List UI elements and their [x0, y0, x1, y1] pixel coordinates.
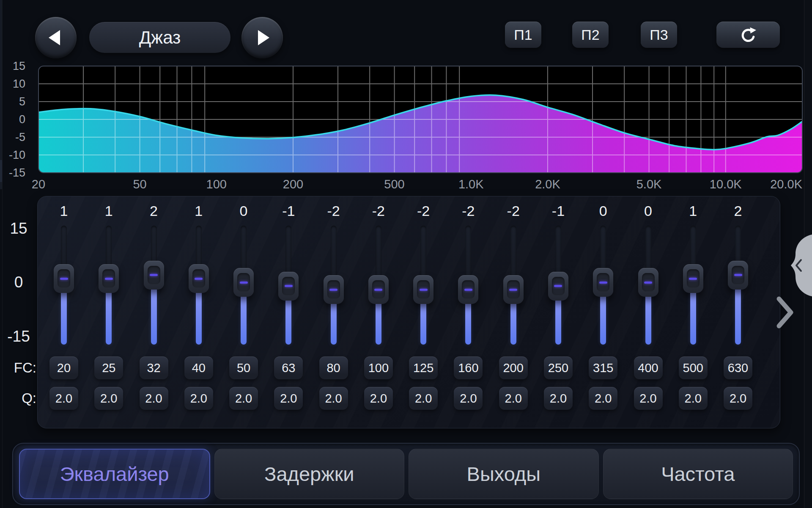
band-gain-value-label: 1 [86, 203, 131, 219]
band-fc-button[interactable]: 125 [409, 356, 438, 379]
band-q-button[interactable]: 2.0 [140, 387, 168, 410]
preset-memory-button-3[interactable]: П3 [641, 22, 677, 48]
band-gain-value-label: -2 [311, 203, 356, 219]
eq-band-column: -2 160 2.0 [446, 196, 491, 428]
band-q-button[interactable]: 2.0 [274, 387, 303, 410]
band-slider-thumb[interactable] [278, 272, 299, 301]
band-gain-value-label: 1 [41, 203, 86, 219]
band-slider-thumb[interactable] [683, 264, 703, 293]
chart-x-axis: 20501002005001.0K2.0K5.0K10.0K20.0K [38, 177, 803, 193]
band-q-button[interactable]: 2.0 [49, 387, 78, 410]
band-q-button[interactable]: 2.0 [319, 387, 348, 410]
eq-band-column: 1 500 2.0 [671, 196, 716, 428]
band-slider-fill [555, 295, 561, 345]
band-slider-thumb[interactable] [189, 264, 209, 293]
band-fc-button[interactable]: 500 [679, 356, 708, 379]
band-fc-button[interactable]: 40 [184, 356, 213, 379]
eq-band-column: 2 32 2.0 [132, 196, 176, 428]
slider-axis-min-label: -15 [7, 328, 30, 345]
band-slider-thumb[interactable] [413, 275, 433, 304]
reset-refresh-icon [739, 25, 757, 44]
reset-button[interactable] [716, 22, 780, 48]
tab-equalizer[interactable]: Эквалайзер [19, 449, 210, 499]
y-tick-label: 15 [0, 60, 25, 73]
band-slider-thumb[interactable] [144, 261, 164, 290]
band-fc-button[interactable]: 200 [499, 356, 528, 379]
band-q-button[interactable]: 2.0 [634, 387, 663, 410]
band-fc-button[interactable]: 50 [229, 356, 258, 379]
band-fc-button[interactable]: 630 [724, 356, 752, 379]
arrow-right-icon [258, 30, 269, 45]
preset-memory-button-1[interactable]: П1 [505, 22, 541, 48]
band-slider-thumb[interactable] [99, 264, 119, 293]
prev-preset-button[interactable] [35, 17, 77, 58]
y-tick-label: 0 [0, 113, 25, 126]
slider-thumb-indicator-icon [60, 278, 68, 280]
band-q-button[interactable]: 2.0 [454, 387, 483, 410]
next-page-chevron[interactable] [775, 295, 795, 330]
slider-thumb-face [462, 280, 475, 299]
band-slider-thumb[interactable] [233, 268, 254, 297]
band-slider-thumb[interactable] [593, 268, 613, 297]
band-q-button[interactable]: 2.0 [364, 387, 393, 410]
band-fc-button[interactable]: 160 [454, 356, 483, 379]
slider-axis-zero-label: 0 [14, 273, 23, 291]
next-preset-button[interactable] [241, 17, 283, 58]
slider-thumb-indicator-icon [195, 278, 203, 280]
band-q-button[interactable]: 2.0 [409, 387, 438, 410]
q-row-label: Q: [4, 390, 36, 406]
band-fc-button[interactable]: 315 [589, 356, 617, 379]
slider-thumb-indicator-icon [644, 282, 652, 284]
slider-thumb-indicator-icon [329, 289, 337, 291]
band-fc-button[interactable]: 63 [274, 356, 303, 379]
slider-thumb-face [642, 273, 655, 292]
eq-band-column: 0 400 2.0 [626, 196, 671, 428]
eq-band-column: 0 315 2.0 [581, 196, 625, 428]
band-fc-button[interactable]: 250 [544, 356, 573, 379]
x-tick-label: 20 [32, 177, 45, 191]
tab-frequency[interactable]: Частота [603, 449, 793, 499]
band-fc-button[interactable]: 32 [140, 356, 168, 379]
band-q-button[interactable]: 2.0 [499, 387, 528, 410]
preset-memory-button-2[interactable]: П2 [572, 22, 609, 48]
slider-thumb-face [417, 280, 430, 299]
band-fc-button[interactable]: 400 [634, 356, 663, 379]
x-tick-label: 200 [283, 177, 303, 191]
side-panel-collapse-handle[interactable] [785, 234, 812, 297]
y-tick-label: -10 [0, 149, 25, 162]
band-fc-button[interactable]: 100 [364, 356, 393, 379]
band-gain-value-label: -2 [446, 203, 491, 219]
band-fc-button[interactable]: 80 [319, 356, 348, 379]
tab-delays[interactable]: Задержки [214, 449, 405, 499]
tab-outputs[interactable]: Выходы [409, 449, 599, 499]
band-fc-button[interactable]: 20 [49, 356, 78, 379]
band-slider-thumb[interactable] [324, 275, 344, 304]
band-slider-fill [510, 299, 516, 345]
eq-band-column: -2 125 2.0 [401, 196, 446, 428]
bottom-tab-bar: Эквалайзер Задержки Выходы Частота [12, 443, 800, 505]
band-q-button[interactable]: 2.0 [679, 387, 708, 410]
slider-thumb-indicator-icon [374, 289, 382, 291]
eq-band-column: -2 80 2.0 [311, 196, 356, 428]
band-q-button[interactable]: 2.0 [589, 387, 617, 410]
band-q-button[interactable]: 2.0 [94, 387, 123, 410]
band-gain-value-label: -2 [356, 203, 401, 219]
band-slider-thumb[interactable] [458, 275, 478, 304]
eq-band-column: 1 25 2.0 [86, 196, 131, 428]
band-q-button[interactable]: 2.0 [229, 387, 258, 410]
band-slider-fill [735, 284, 741, 345]
band-slider-thumb[interactable] [503, 275, 524, 304]
band-q-button[interactable]: 2.0 [724, 387, 752, 410]
band-slider-thumb[interactable] [728, 261, 748, 290]
band-q-button[interactable]: 2.0 [184, 387, 213, 410]
fc-row-label: FC: [4, 360, 36, 376]
band-slider-thumb[interactable] [54, 264, 74, 293]
band-slider-thumb[interactable] [638, 268, 658, 297]
slider-thumb-indicator-icon [554, 285, 562, 287]
band-slider-thumb[interactable] [548, 272, 568, 301]
band-fc-button[interactable]: 25 [94, 356, 123, 379]
slider-thumb-indicator-icon [240, 282, 248, 284]
band-q-button[interactable]: 2.0 [544, 387, 573, 410]
band-slider-thumb[interactable] [368, 275, 389, 304]
preset-name-display[interactable]: Джаз [89, 22, 230, 53]
